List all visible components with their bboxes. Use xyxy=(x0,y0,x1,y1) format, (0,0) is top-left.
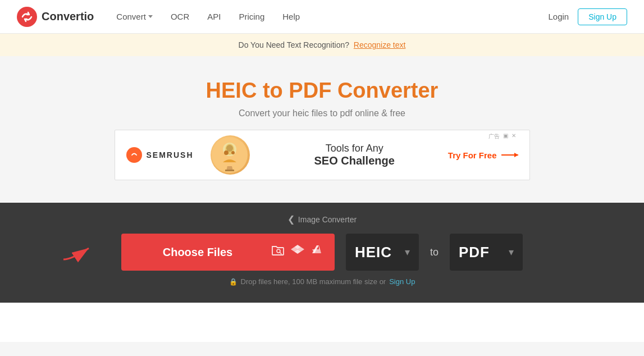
logo-text: Convertio xyxy=(42,10,94,23)
folder-search-icon xyxy=(271,243,285,261)
converter-section: ❮ Image Converter Choose Files xyxy=(0,203,644,303)
file-source-icons xyxy=(271,243,323,261)
from-format-selector[interactable]: HEIC ▾ xyxy=(346,234,419,271)
breadcrumb: ❮ Image Converter xyxy=(0,214,644,225)
to-format-chevron-icon: ▾ xyxy=(509,246,514,258)
ad-line2: SEO Challenge xyxy=(267,154,442,167)
svg-point-0 xyxy=(17,7,37,27)
semrush-icon xyxy=(126,147,142,163)
ad-arrow-icon xyxy=(501,154,518,156)
drop-text: Drop files here, 100 MB maximum file siz… xyxy=(241,277,386,286)
ad-cta-label: Try For Free xyxy=(448,150,497,160)
ad-line1: Tools for Any xyxy=(267,143,442,154)
choose-files-button[interactable]: Choose Files xyxy=(121,234,335,271)
ad-cta-button[interactable]: Try For Free xyxy=(448,150,518,160)
from-format-chevron-icon: ▾ xyxy=(405,246,410,258)
svg-rect-8 xyxy=(225,170,234,171)
dropbox-icon xyxy=(291,243,304,261)
convertio-logo-icon xyxy=(17,7,37,27)
choose-files-label: Choose Files xyxy=(133,246,263,259)
to-format-label: PDF xyxy=(459,244,490,261)
semrush-name: SEMRUSH xyxy=(147,150,194,159)
from-format-label: HEIC xyxy=(355,244,392,261)
hero-section: HEIC to PDF Converter Convert your heic … xyxy=(0,56,644,203)
login-button[interactable]: Login xyxy=(548,12,569,21)
drop-zone-hint: 🔒 Drop files here, 100 MB maximum file s… xyxy=(0,277,644,286)
svg-point-7 xyxy=(231,151,235,154)
lock-icon: 🔒 xyxy=(229,278,237,286)
google-drive-icon xyxy=(310,243,323,261)
nav-ocr[interactable]: OCR xyxy=(171,12,189,21)
svg-point-5 xyxy=(226,145,233,152)
signup-button[interactable]: Sign Up xyxy=(578,8,627,25)
bottom-section xyxy=(0,303,644,342)
nav-convert[interactable]: Convert xyxy=(116,12,153,21)
logo[interactable]: Convertio xyxy=(17,7,94,27)
hero-subtitle: Convert your heic files to pdf online & … xyxy=(11,108,633,118)
ad-illustration xyxy=(211,135,250,175)
breadcrumb-arrow-icon: ❮ xyxy=(287,214,295,225)
drop-signup-link[interactable]: Sign Up xyxy=(389,277,415,286)
ad-text: Tools for Any SEO Challenge xyxy=(267,143,442,167)
nav-api[interactable]: API xyxy=(207,12,221,21)
page-title: HEIC to PDF Converter xyxy=(11,79,633,103)
ad-badge: 广告 ▣ ✕ xyxy=(488,133,516,140)
banner-text: Do You Need Text Recognition? xyxy=(239,40,349,49)
to-label: to xyxy=(430,247,439,258)
breadcrumb-link[interactable]: Image Converter xyxy=(298,215,357,224)
convert-chevron-icon xyxy=(148,15,153,18)
to-format-selector[interactable]: PDF ▾ xyxy=(450,234,523,271)
banner-link[interactable]: Recognize text xyxy=(354,40,406,49)
svg-point-6 xyxy=(224,150,229,155)
ad-content: SEMRUSH Tools for Any SEO Challenge xyxy=(126,135,518,175)
semrush-logo: SEMRUSH xyxy=(126,147,194,163)
svg-point-1 xyxy=(129,150,139,160)
advertisement: 广告 ▣ ✕ SEMRUSH xyxy=(115,130,530,180)
nav-help[interactable]: Help xyxy=(282,12,300,21)
promo-banner: Do You Need Text Recognition? Recognize … xyxy=(0,34,644,56)
converter-controls: Choose Files xyxy=(0,234,644,271)
nav-pricing[interactable]: Pricing xyxy=(239,12,264,21)
svg-line-11 xyxy=(280,253,281,254)
pointer-arrow-icon xyxy=(61,237,106,267)
